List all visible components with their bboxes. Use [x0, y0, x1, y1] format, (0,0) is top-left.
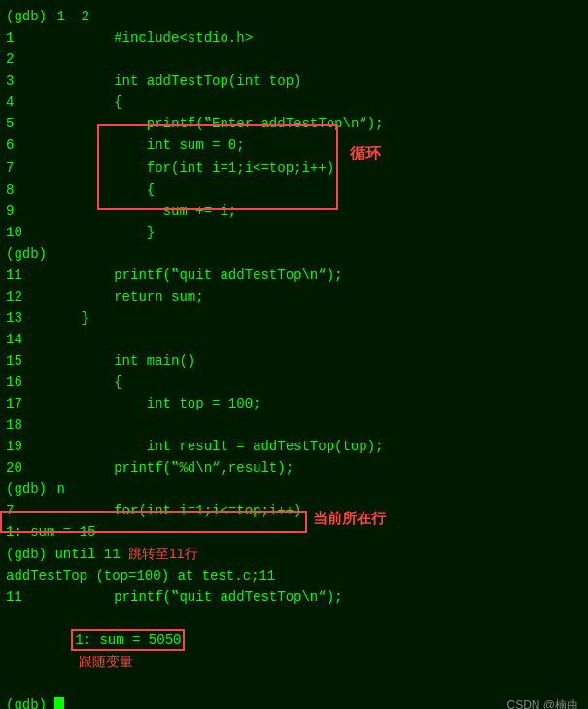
gdb-until-11: (gdb) until 11 跳转至11行 — [0, 543, 588, 565]
line-14: 14 — [0, 329, 588, 350]
line-number: 11 — [2, 586, 49, 608]
line-number: 11 — [2, 265, 49, 286]
loop-annotation: 循环 — [350, 144, 381, 164]
gdb-prompt: (gdb) — [2, 243, 49, 265]
line-number: 20 — [2, 457, 49, 479]
track-var-annotation: 跟随变量 — [79, 654, 133, 669]
line-18: 18 — [0, 414, 588, 436]
line-11: 11 printf(‟quit addTestTop\n“); — [0, 265, 588, 286]
cursor — [54, 697, 64, 709]
code-text: int addTestTop(int top) — [49, 70, 586, 91]
gdb-line-11-out: 11 printf(‟quit addTestTop\n“); — [0, 586, 588, 608]
code-text: for(int i=1;i<=top;i++) — [49, 158, 586, 179]
line-6: 6 int sum = 0; — [0, 134, 588, 156]
sum-5050-box: 1: sum = 5050 — [71, 629, 185, 651]
line-number: 7 — [2, 158, 49, 179]
line-2: 2 — [0, 49, 588, 70]
line-15: 15 int main() — [0, 350, 588, 372]
code-text: addTestTop (top=100) at test.c;11 — [2, 565, 586, 586]
code-text: } — [49, 307, 586, 329]
line-number: 2 — [2, 49, 49, 70]
line-3: 3 int addTestTop(int top) — [0, 70, 588, 91]
line-number: 18 — [2, 414, 49, 436]
line-number: 12 — [2, 286, 49, 307]
line-number: 5 — [2, 113, 49, 134]
code-text: (gdb) — [2, 694, 586, 709]
gdb-current-line: 7 for(int i=1;i<=top;i++) — [0, 500, 588, 521]
code-text: } — [49, 222, 586, 243]
line-number: 3 — [2, 70, 49, 91]
line-19: 19 int result = addTestTop(top); — [0, 436, 588, 457]
line-number: 1 — [2, 27, 49, 49]
line-number: 19 — [2, 436, 49, 457]
code-text: #include<stdio.h> — [49, 27, 586, 49]
code-text: int top = 100; — [49, 393, 586, 414]
watermark: CSDN @楠曲 — [506, 697, 578, 709]
code-text: int result = addTestTop(top); — [49, 436, 586, 457]
code-text: 1: sum = 5050 跟随变量 — [2, 608, 586, 694]
line-number: 8 — [2, 179, 49, 200]
line-4: 4 { — [0, 91, 588, 113]
gdb-prompt: (gdb) — [2, 6, 49, 27]
gdb-prompt: (gdb) — [2, 479, 49, 500]
code-text: (gdb) until 11 跳转至11行 — [2, 543, 586, 565]
code-text: { — [49, 372, 586, 393]
line-10: 10 } — [0, 222, 588, 243]
line-gdb-n: (gdb) n — [0, 479, 588, 500]
gdb-addtesttop-loc: addTestTop (top=100) at test.c;11 — [0, 565, 588, 586]
line-20: 20 printf(‟%d\n“,result); — [0, 457, 588, 479]
line-1: 1 #include<stdio.h> — [0, 27, 588, 49]
line-number: 4 — [2, 91, 49, 113]
line-number: 10 — [2, 222, 49, 243]
code-text: printf(‟%d\n“,result); — [49, 457, 586, 479]
code-text: sum += i; — [49, 200, 586, 222]
line-7: 7 for(int i=1;i<=top;i++) — [0, 158, 588, 179]
code-text: 1 2 — [49, 6, 586, 27]
line-12: 12 return sum; — [0, 286, 588, 307]
current-line-annotation: 当前所在行 — [313, 510, 386, 528]
gdb-sum-5050: 1: sum = 5050 跟随变量 — [0, 608, 588, 694]
line-5: 5 printf(‟Enter addTestTop\n“); — [0, 113, 588, 134]
line-8: 8 { — [0, 179, 588, 200]
code-text: return sum; — [49, 286, 586, 307]
code-text: n — [49, 479, 586, 500]
code-text: printf(‟quit addTestTop\n“); — [49, 265, 586, 286]
code-area: (gdb) 1 2 1 #include<stdio.h> 2 3 int ad… — [0, 4, 588, 709]
line-number: 7 — [2, 500, 49, 521]
line-9: 9 sum += i; — [0, 200, 588, 222]
line-number: 6 — [2, 134, 49, 156]
code-text: printf(‟quit addTestTop\n“); — [49, 586, 586, 608]
line-number: 16 — [2, 372, 49, 393]
line-number: 14 — [2, 329, 49, 350]
line-17: 17 int top = 100; — [0, 393, 588, 414]
line-number: 15 — [2, 350, 49, 372]
line-gdb-start: (gdb) 1 2 — [0, 6, 588, 27]
line-number: 17 — [2, 393, 49, 414]
terminal: (gdb) 1 2 1 #include<stdio.h> 2 3 int ad… — [0, 0, 588, 709]
line-number: 9 — [2, 200, 49, 222]
code-text: int main() — [49, 350, 586, 372]
code-text: printf(‟Enter addTestTop\n“); — [49, 113, 586, 134]
code-text: { — [49, 179, 586, 200]
code-text: 1: sum = 15 — [6, 521, 586, 543]
line-16: 16 { — [0, 372, 588, 393]
code-text: int sum = 0; — [49, 134, 586, 156]
gdb-sum-15: 1: sum = 15 — [0, 521, 588, 543]
gdb-final-prompt: (gdb) — [0, 694, 588, 709]
line-13: 13 } — [0, 307, 588, 329]
code-text: { — [49, 91, 586, 113]
line-number: 13 — [2, 307, 49, 329]
line-gdb-mid: (gdb) — [0, 243, 588, 265]
